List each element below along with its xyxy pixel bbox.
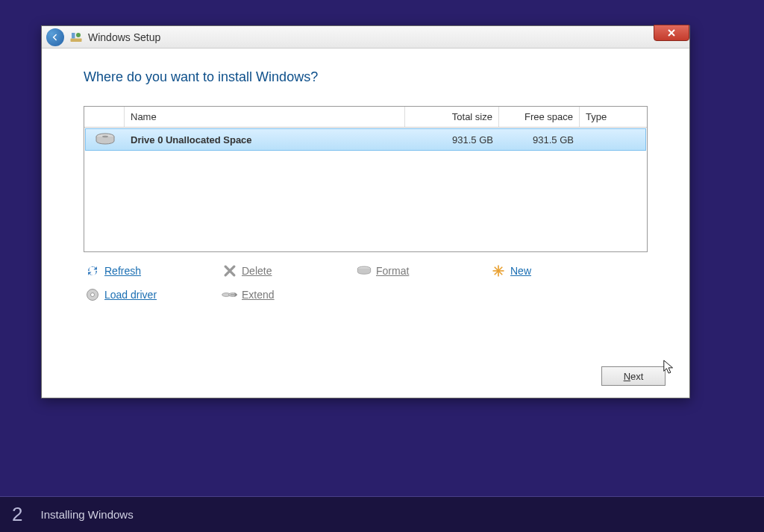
drive-free-space: 931.5 GB [499,134,580,145]
table-header-row: Name Total size Free space Type [84,107,647,128]
taskbar: 2 Installing Windows [0,496,764,532]
svg-point-11 [91,293,95,297]
back-button[interactable] [46,28,64,46]
drive-row[interactable]: Drive 0 Unallocated Space 931.5 GB 931.5… [85,128,646,151]
step-number: 2 [12,503,22,526]
svg-rect-1 [72,33,75,39]
load-driver-icon [84,287,101,303]
new-label: New [510,265,531,277]
close-button[interactable] [654,25,689,41]
header-total-size[interactable]: Total size [405,107,499,127]
drive-total-size: 931.5 GB [405,134,499,145]
dialog-content: Where do you want to install Windows? Na… [42,48,689,318]
svg-point-4 [102,136,108,138]
refresh-action[interactable]: Refresh [84,263,221,279]
arrow-left-icon [50,32,60,43]
window-title: Windows Setup [88,31,160,43]
drive-name: Drive 0 Unallocated Space [125,134,405,145]
header-name[interactable]: Name [125,107,405,127]
header-type[interactable]: Type [580,107,647,127]
next-label: ext [630,371,643,382]
load-driver-label: Load driver [104,289,157,301]
load-driver-action[interactable]: Load driver [84,287,221,303]
extend-label: Extend [242,289,275,301]
delete-icon [221,263,239,279]
header-icon-col [84,107,125,127]
header-free-space[interactable]: Free space [499,107,580,127]
format-action[interactable]: Format [355,263,489,279]
svg-rect-0 [71,38,82,42]
taskbar-label: Installing Windows [40,508,133,521]
format-label: Format [376,265,409,277]
extend-action[interactable]: Extend [221,287,355,303]
drive-actions: Refresh Delete Format New [84,263,648,303]
setup-icon [69,30,84,45]
delete-label: Delete [242,265,272,277]
refresh-icon [84,263,101,279]
format-icon [355,263,373,279]
page-heading: Where do you want to install Windows? [84,69,648,85]
extend-icon [221,287,239,303]
title-bar: Windows Setup [42,26,689,48]
delete-action[interactable]: Delete [221,263,355,279]
refresh-label: Refresh [104,265,141,277]
new-icon [489,263,507,279]
next-button[interactable]: Next [601,366,666,386]
drive-table: Name Total size Free space Type Drive 0 … [84,106,648,252]
svg-point-2 [76,33,81,37]
new-action[interactable]: New [489,263,601,279]
setup-dialog: Windows Setup Where do you want to insta… [41,25,690,398]
disk-icon [95,133,116,146]
close-icon [667,28,676,37]
